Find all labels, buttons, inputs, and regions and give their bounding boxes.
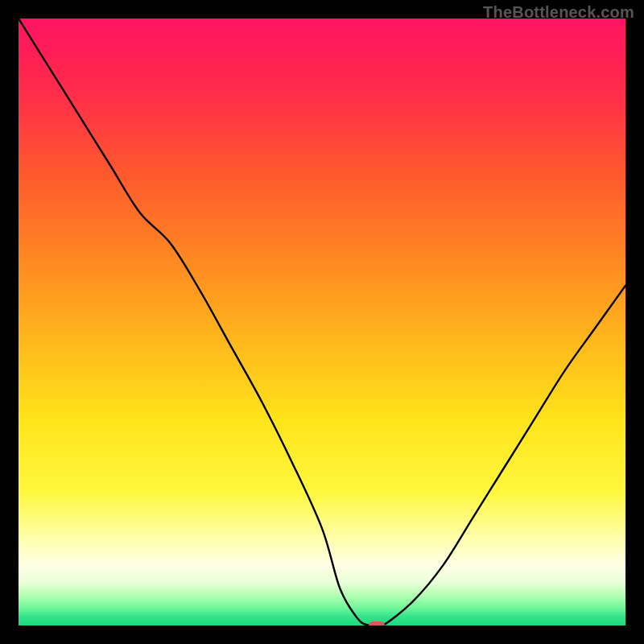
minimum-marker <box>369 621 385 625</box>
curve-svg <box>19 19 625 625</box>
chart-frame: TheBottleneck.com <box>0 0 644 644</box>
plot-area <box>19 19 625 625</box>
watermark-text: TheBottleneck.com <box>483 3 634 22</box>
bottleneck-curve <box>19 19 625 625</box>
